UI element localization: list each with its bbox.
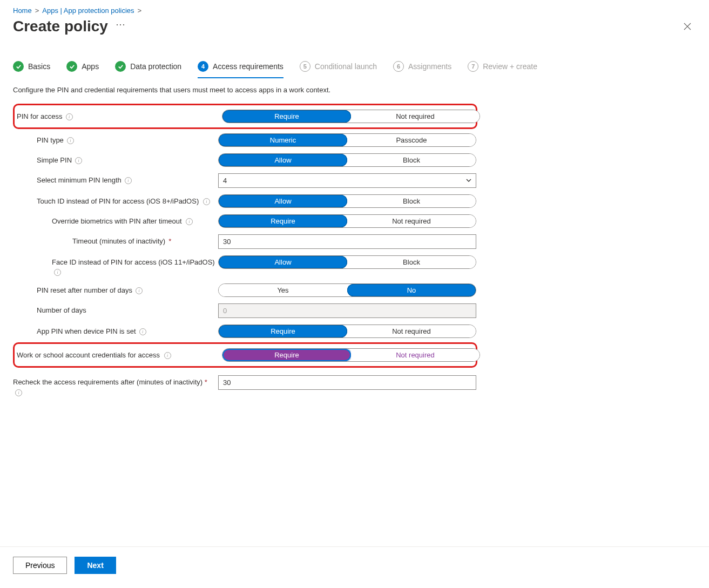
wizard-stepper: Basics Apps Data protection 4 Access req… bbox=[13, 61, 696, 78]
input-recheck-access[interactable] bbox=[218, 375, 476, 390]
page-title: Create policy bbox=[13, 18, 108, 35]
toggle-option-require[interactable]: Require bbox=[222, 110, 351, 123]
info-icon[interactable]: i bbox=[125, 177, 132, 184]
info-icon[interactable]: i bbox=[15, 389, 22, 396]
step-label: Basics bbox=[28, 62, 50, 71]
toggle-option-require[interactable]: Require bbox=[219, 215, 347, 227]
toggle-option-not-required[interactable]: Not required bbox=[347, 215, 476, 227]
toggle-app-pin-device[interactable]: Require Not required bbox=[218, 325, 476, 338]
section-description: Configure the PIN and credential require… bbox=[13, 86, 696, 94]
toggle-option-block[interactable]: Block bbox=[347, 154, 476, 166]
step-label: Data protection bbox=[130, 62, 181, 71]
close-icon bbox=[684, 23, 691, 30]
step-label: Conditional launch bbox=[315, 62, 377, 71]
required-indicator: * bbox=[168, 236, 171, 246]
previous-button[interactable]: Previous bbox=[13, 557, 67, 574]
toggle-pin-reset-days[interactable]: Yes No bbox=[218, 283, 476, 297]
toggle-touchid[interactable]: Allow Block bbox=[218, 194, 476, 208]
highlight-work-school-credentials: Work or school account credentials for a… bbox=[13, 342, 477, 368]
toggle-option-require[interactable]: Require bbox=[219, 325, 347, 337]
label-timeout-inactivity: Timeout (minutes of inactivity) bbox=[72, 236, 165, 246]
more-icon[interactable]: ⋯ bbox=[116, 19, 126, 29]
chevron-right-icon: > bbox=[35, 6, 39, 15]
label-number-of-days: Number of days bbox=[37, 306, 86, 315]
check-icon bbox=[115, 61, 126, 72]
step-number-icon: 7 bbox=[468, 61, 478, 72]
step-number-icon: 5 bbox=[300, 61, 310, 72]
info-icon[interactable]: i bbox=[139, 328, 146, 335]
step-apps[interactable]: Apps bbox=[66, 61, 99, 78]
label-min-pin-length: Select minimum PIN length bbox=[37, 175, 121, 185]
toggle-work-school-credentials[interactable]: Require Not required bbox=[222, 348, 480, 362]
info-icon[interactable]: i bbox=[67, 137, 74, 144]
info-icon[interactable]: i bbox=[136, 287, 143, 294]
input-timeout-inactivity[interactable] bbox=[218, 234, 476, 249]
input-number-of-days bbox=[218, 303, 476, 318]
breadcrumb-apps[interactable]: Apps | App protection policies bbox=[42, 6, 134, 15]
step-review-create[interactable]: 7 Review + create bbox=[468, 61, 537, 78]
toggle-pin-type[interactable]: Numeric Passcode bbox=[218, 133, 476, 147]
info-icon[interactable]: i bbox=[203, 198, 210, 205]
toggle-option-require[interactable]: Require bbox=[222, 349, 351, 361]
label-pin-type: PIN type bbox=[37, 136, 64, 145]
required-indicator: * bbox=[205, 378, 207, 386]
step-number-icon: 4 bbox=[198, 61, 208, 72]
check-icon bbox=[66, 61, 77, 72]
next-button[interactable]: Next bbox=[75, 557, 116, 574]
label-recheck-access: Recheck the access requirements after (m… bbox=[13, 378, 202, 386]
wizard-footer: Previous Next bbox=[0, 546, 709, 588]
toggle-simple-pin[interactable]: Allow Block bbox=[218, 153, 476, 167]
label-simple-pin: Simple PIN bbox=[37, 156, 72, 165]
step-basics[interactable]: Basics bbox=[13, 61, 50, 78]
toggle-option-allow[interactable]: Allow bbox=[219, 154, 347, 166]
close-button[interactable] bbox=[679, 18, 696, 35]
toggle-option-not-required[interactable]: Not required bbox=[351, 110, 480, 123]
toggle-option-allow[interactable]: Allow bbox=[219, 256, 347, 268]
chevron-right-icon: > bbox=[138, 6, 142, 15]
toggle-override-biometrics[interactable]: Require Not required bbox=[218, 214, 476, 228]
step-data-protection[interactable]: Data protection bbox=[115, 61, 181, 78]
label-pin-reset-days: PIN reset after number of days bbox=[37, 286, 132, 295]
label-touchid: Touch ID instead of PIN for access (iOS … bbox=[37, 197, 199, 205]
select-min-pin-length[interactable] bbox=[218, 173, 476, 188]
info-icon[interactable]: i bbox=[54, 269, 61, 276]
label-app-pin-device: App PIN when device PIN is set bbox=[37, 327, 136, 336]
step-access-requirements[interactable]: 4 Access requirements bbox=[198, 61, 283, 78]
step-conditional-launch[interactable]: 5 Conditional launch bbox=[300, 61, 377, 78]
label-work-school-credentials: Work or school account credentials for a… bbox=[17, 351, 160, 359]
step-label: Review + create bbox=[483, 62, 537, 71]
toggle-option-allow[interactable]: Allow bbox=[219, 195, 347, 207]
toggle-pin-for-access[interactable]: Require Not required bbox=[222, 110, 480, 123]
toggle-option-numeric[interactable]: Numeric bbox=[219, 134, 347, 146]
check-icon bbox=[13, 61, 24, 72]
highlight-pin-for-access: PIN for access i Require Not required bbox=[13, 104, 477, 129]
step-number-icon: 6 bbox=[393, 61, 404, 72]
step-assignments[interactable]: 6 Assignments bbox=[393, 61, 451, 78]
step-label: Assignments bbox=[408, 62, 451, 71]
toggle-option-not-required[interactable]: Not required bbox=[347, 325, 476, 337]
toggle-option-block[interactable]: Block bbox=[347, 256, 476, 268]
info-icon[interactable]: i bbox=[66, 113, 73, 120]
toggle-option-passcode[interactable]: Passcode bbox=[347, 134, 476, 146]
breadcrumb-home[interactable]: Home bbox=[13, 6, 32, 15]
info-icon[interactable]: i bbox=[164, 352, 171, 359]
info-icon[interactable]: i bbox=[186, 218, 193, 225]
toggle-option-not-required[interactable]: Not required bbox=[351, 349, 480, 361]
toggle-faceid[interactable]: Allow Block bbox=[218, 255, 476, 269]
label-pin-for-access: PIN for access bbox=[17, 112, 63, 121]
toggle-option-no[interactable]: No bbox=[347, 284, 476, 296]
step-label: Access requirements bbox=[213, 62, 283, 71]
label-faceid: Face ID instead of PIN for access (iOS 1… bbox=[52, 258, 215, 266]
breadcrumb: Home > Apps | App protection policies > bbox=[13, 6, 696, 15]
step-label: Apps bbox=[82, 62, 99, 71]
label-override-biometrics: Override biometrics with PIN after timeo… bbox=[52, 217, 182, 225]
toggle-option-block[interactable]: Block bbox=[347, 195, 476, 207]
info-icon[interactable]: i bbox=[75, 157, 82, 164]
toggle-option-yes[interactable]: Yes bbox=[219, 284, 347, 296]
